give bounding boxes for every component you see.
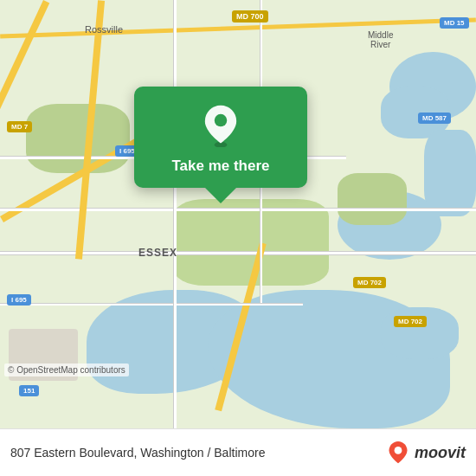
- navigation-popup[interactable]: Take me there: [134, 87, 307, 188]
- place-label-rossville: Rossville: [85, 24, 123, 35]
- location-pin-icon: [199, 104, 242, 147]
- highway-badge-md15: MD 15: [440, 17, 469, 29]
- address-label: 807 Eastern Boulevard, Washington / Balt…: [10, 446, 265, 460]
- highway-badge-md700: MD 700: [232, 10, 268, 23]
- svg-point-2: [395, 447, 402, 454]
- map-container: Take me there Rossville MiddleRiver ESSE…: [0, 0, 476, 428]
- highway-badge-md7: MD 7: [7, 121, 32, 132]
- svg-point-1: [215, 114, 228, 127]
- highway-badge-i695-bottom: I 695: [7, 294, 31, 306]
- highway-badge-md702-bottom: MD 702: [394, 316, 427, 327]
- osm-attribution: © OpenStreetMap contributors: [4, 363, 129, 376]
- moovit-logo: moovit: [386, 441, 466, 465]
- place-label-middle-river: MiddleRiver: [368, 30, 393, 49]
- bottom-bar: 807 Eastern Boulevard, Washington / Balt…: [0, 428, 476, 476]
- highway-badge-md587: MD 587: [418, 113, 451, 124]
- highway-badge-151: 151: [19, 385, 39, 396]
- highway-badge-md702-top: MD 702: [353, 277, 386, 288]
- take-me-there-button[interactable]: Take me there: [171, 158, 269, 175]
- place-label-essex: ESSEX: [138, 247, 177, 259]
- moovit-text: moovit: [415, 444, 466, 462]
- moovit-pin-icon: [386, 441, 410, 465]
